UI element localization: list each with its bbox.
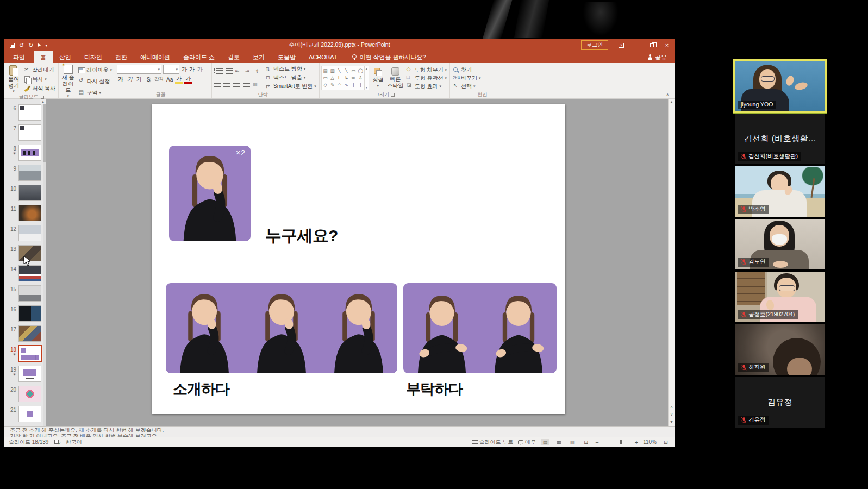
shape-icon[interactable]: ↳ [343, 74, 350, 82]
login-button[interactable]: 로그인 [581, 40, 608, 50]
font-tool-button[interactable]: 가 [189, 65, 196, 74]
slide-thumbnail[interactable] [19, 406, 41, 422]
text-direction-button[interactable]: ⇅텍스트 방향▾ [266, 65, 316, 73]
tab-file[interactable]: 파일 [4, 51, 34, 63]
slide-thumbnail[interactable] [19, 225, 41, 241]
cut-button[interactable]: 잘라내기 [23, 66, 57, 74]
layout-button[interactable]: 레이아웃▾ [77, 66, 113, 74]
ribbon-tab[interactable]: ACROBAT [302, 51, 344, 63]
shape-icon[interactable]: ▭ [350, 67, 357, 74]
align-center-icon[interactable] [223, 82, 230, 87]
slide-thumbnail[interactable] [19, 165, 41, 180]
dialog-launcher-icon[interactable] [391, 93, 395, 97]
slide-thumbnail[interactable] [19, 125, 41, 140]
align-left-icon[interactable] [214, 82, 221, 87]
shape-icon[interactable]: △ [329, 74, 336, 82]
slide-thumbnail[interactable] [19, 246, 41, 261]
copy-button[interactable]: 복사▾ [23, 75, 57, 83]
previous-slide-icon[interactable]: ∧ [670, 405, 673, 409]
restore-button[interactable] [644, 39, 659, 51]
participant-tile[interactable]: 하지원 [735, 324, 825, 375]
start-slideshow-icon[interactable]: ▶ [38, 43, 41, 47]
font-style-button[interactable]: Aa [166, 75, 173, 84]
shape-fill-button[interactable]: 도형 채우기▾ [405, 66, 448, 74]
shape-icon[interactable]: ╲ [343, 67, 350, 74]
shape-icon[interactable]: ▥ [329, 67, 336, 74]
shape-icon[interactable]: ⇩ [357, 74, 364, 82]
participant-tile[interactable]: 김선희 (비호생활... 김선희(비호생활관) [735, 114, 825, 164]
ribbon-tab[interactable]: 전환 [109, 51, 134, 63]
thumbnails-scrollbar[interactable] [43, 99, 46, 426]
collapse-ribbon-icon[interactable]: ∧ [666, 92, 669, 97]
select-button[interactable]: 선택▾ [452, 82, 482, 90]
font-style-button[interactable]: 간격 [154, 75, 164, 84]
section-button[interactable]: 구역▾ [77, 89, 113, 97]
reading-view-icon[interactable]: ▥ [568, 439, 577, 445]
shape-icon[interactable]: } [357, 82, 364, 89]
slide-thumbnail[interactable] [19, 145, 41, 160]
slide-title-text[interactable]: 누구세요? [265, 225, 338, 247]
sign-image-introduce[interactable] [166, 283, 397, 373]
slide-thumbnail[interactable] [19, 306, 41, 321]
comments-toggle-button[interactable]: 메모 [518, 438, 536, 446]
caption-introduce[interactable]: 소개하다 [173, 379, 229, 399]
shape-icon[interactable]: ╲ [336, 67, 343, 74]
language-indicator[interactable]: 한국어 [65, 438, 82, 446]
shape-icon[interactable]: ▤ [322, 67, 329, 74]
ribbon-tab[interactable]: 디자인 [78, 51, 109, 63]
shape-icon[interactable]: ✎ [329, 82, 336, 89]
slide-thumbnail[interactable] [19, 386, 41, 402]
caption-request[interactable]: 부탁하다 [406, 379, 463, 399]
notes-pane[interactable]: 조금 전 소개 해 주셨는데요. 제 소개를 다시 한번 해 보겠습니다. 거창… [4, 426, 675, 437]
font-size-input[interactable]: ▾ [163, 65, 179, 74]
undo-icon[interactable]: ↺ [19, 42, 24, 48]
font-style-button[interactable]: 가 [117, 75, 124, 84]
dialog-launcher-icon[interactable] [270, 93, 273, 96]
replace-button[interactable]: 바꾸기▾ [452, 74, 482, 82]
quick-styles-button[interactable]: 빠른 스타일 [387, 65, 404, 91]
minimize-button[interactable]: – [629, 39, 644, 51]
dialog-launcher-icon[interactable] [41, 96, 44, 99]
convert-smartart-button[interactable]: ⇄SmartArt로 변환▾ [266, 83, 316, 90]
line-spacing-icon[interactable]: ⇕ [255, 68, 262, 74]
bullets-icon[interactable] [216, 68, 223, 74]
font-name-input[interactable]: ▾ [117, 65, 161, 74]
fit-to-window-icon[interactable]: ⊡ [661, 439, 670, 445]
shape-icon[interactable]: L [336, 74, 343, 82]
font-style-button[interactable]: 가 [126, 75, 134, 84]
slide-thumbnail[interactable] [19, 105, 41, 120]
slideshow-view-icon[interactable]: ⊡ [582, 439, 590, 445]
slide-18[interactable]: ×2 누구세요? [152, 104, 565, 414]
font-style-button[interactable]: 가 [135, 75, 143, 84]
redo-icon[interactable]: ↻ [28, 42, 33, 48]
justify-icon[interactable] [243, 82, 250, 87]
slide-thumbnail[interactable] [19, 346, 41, 361]
ribbon-tab[interactable]: 삽입 [53, 51, 78, 63]
decrease-indent-icon[interactable]: ⇤ [235, 68, 242, 74]
tell-me-search[interactable]: 어떤 작업을 원하시나요? [351, 51, 426, 63]
participant-tile[interactable]: 김유정 김유정 [735, 377, 825, 428]
ribbon-tab[interactable]: 도움말 [271, 51, 302, 63]
ribbon-display-options-button[interactable] [614, 39, 629, 51]
save-icon[interactable] [10, 43, 15, 48]
participant-tile[interactable]: 김도연 [735, 219, 825, 269]
font-tool-button[interactable]: 가 [196, 65, 204, 74]
find-button[interactable]: 찾기 [452, 66, 482, 74]
font-tool-button[interactable]: 가 [181, 65, 189, 74]
slide-thumbnail[interactable] [19, 205, 41, 221]
font-style-button[interactable]: S [145, 75, 152, 84]
shape-icon[interactable]: ▭ [322, 74, 329, 82]
participant-tile[interactable]: 공정호(21902704) [735, 272, 825, 322]
slide-counter[interactable]: 슬라이드 18/139 [9, 438, 48, 446]
zoom-percentage[interactable]: 110% [643, 439, 657, 445]
shape-icon[interactable]: ⇨ [350, 74, 357, 82]
ribbon-tab[interactable]: 보기 [246, 51, 271, 63]
normal-view-icon[interactable]: ▤ [541, 439, 549, 445]
increase-indent-icon[interactable]: ⇥ [245, 68, 252, 74]
slide-thumbnail[interactable] [19, 286, 41, 301]
shape-outline-button[interactable]: 도형 윤곽선▾ [405, 74, 448, 82]
ribbon-tab[interactable]: 검토 [221, 51, 246, 63]
canvas-scrollbar[interactable]: ▲ ∧ ∨ ▼ [668, 99, 675, 426]
thumbnails-scrollbar-thumb[interactable] [43, 103, 46, 162]
shape-icon[interactable]: ◇ [322, 82, 329, 89]
